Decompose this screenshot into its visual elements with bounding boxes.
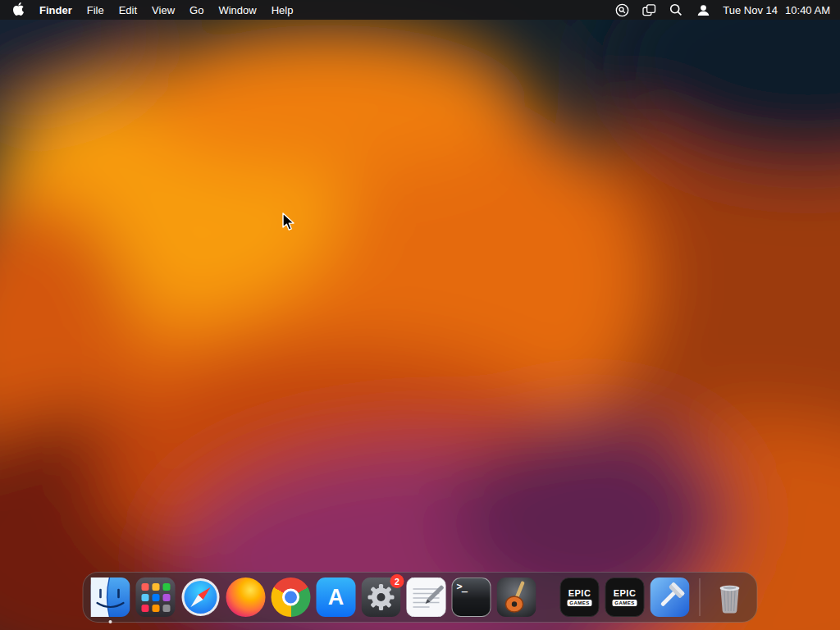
- apple-menu[interactable]: [10, 0, 32, 20]
- launchpad-dot: [162, 583, 170, 591]
- dock-item-launchpad[interactable]: [136, 578, 176, 617]
- notification-badge: 2: [390, 574, 404, 588]
- app-menu-title[interactable]: Finder: [32, 0, 80, 20]
- menu-bar-right: Tue Nov 14 10:40 AM: [614, 2, 830, 17]
- dock-item-safari[interactable]: [181, 578, 221, 617]
- launchpad-dot: [162, 594, 170, 601]
- epic-logo-text: EPIC: [568, 588, 591, 598]
- dock-item-finder[interactable]: [91, 578, 130, 617]
- epic-logo-text: EPIC: [614, 588, 637, 598]
- launchpad-dot: [141, 605, 148, 612]
- screen-zoom-icon[interactable]: [614, 2, 629, 17]
- menu-edit[interactable]: Edit: [112, 0, 144, 20]
- terminal-prompt-glyph: >_: [453, 578, 467, 592]
- wallpaper-art: [0, 0, 840, 630]
- chrome-center-dot: [282, 589, 299, 606]
- launchpad-dot: [152, 594, 159, 601]
- menu-file[interactable]: File: [80, 0, 112, 20]
- launchpad-dot: [152, 583, 159, 591]
- clock-time: 10:40 AM: [785, 4, 830, 16]
- dock-item-system-settings[interactable]: 2: [362, 578, 401, 617]
- dock: A: [83, 572, 758, 623]
- menu-window[interactable]: Window: [211, 0, 263, 20]
- menu-help[interactable]: Help: [264, 0, 301, 20]
- stage-manager-icon[interactable]: [641, 2, 656, 17]
- clock-date: Tue Nov 14: [723, 4, 778, 16]
- dock-item-trash[interactable]: [710, 578, 750, 617]
- dock-separator: [700, 578, 701, 616]
- menu-clock[interactable]: Tue Nov 14 10:40 AM: [723, 4, 830, 16]
- app-store-glyph: A: [328, 585, 345, 610]
- desktop-screen: Finder File Edit View Go Window Help: [0, 0, 840, 630]
- launchpad-dot: [141, 583, 148, 591]
- running-indicator: [109, 620, 112, 623]
- launchpad-dot: [162, 605, 170, 612]
- menu-go[interactable]: Go: [182, 0, 211, 20]
- epic-logo-subtext: GAMES: [567, 600, 592, 606]
- menu-view[interactable]: View: [144, 0, 182, 20]
- epic-logo-subtext: GAMES: [612, 600, 637, 606]
- dock-item-garageband[interactable]: [497, 578, 536, 617]
- menu-bar-left: Finder File Edit View Go Window Help: [10, 0, 300, 20]
- launchpad-dot: [141, 594, 148, 601]
- dock-item-app-store[interactable]: A: [317, 578, 356, 617]
- dock-item-chrome[interactable]: [272, 578, 311, 617]
- dock-item-epic-games[interactable]: EPIC GAMES: [560, 578, 600, 617]
- apple-icon: [13, 2, 24, 18]
- dock-item-epic-games-2[interactable]: EPIC GAMES: [605, 578, 645, 617]
- dock-item-firefox[interactable]: [226, 578, 266, 617]
- menu-bar: Finder File Edit View Go Window Help: [0, 0, 840, 20]
- desktop-wallpaper: [0, 0, 840, 630]
- dock-item-textedit[interactable]: [407, 578, 446, 617]
- user-account-icon[interactable]: [696, 2, 710, 17]
- launchpad-dot: [152, 605, 159, 612]
- spotlight-icon[interactable]: [669, 2, 683, 17]
- dock-item-xcode[interactable]: [651, 578, 690, 617]
- dock-item-terminal[interactable]: >_: [452, 578, 491, 617]
